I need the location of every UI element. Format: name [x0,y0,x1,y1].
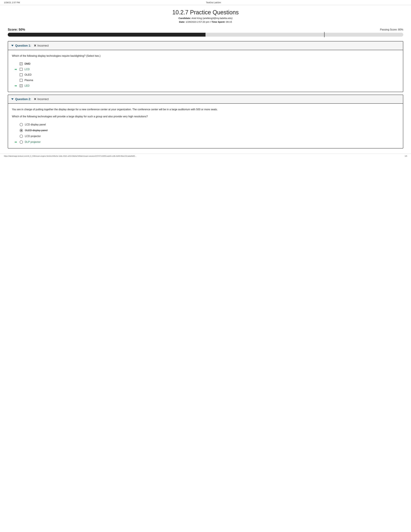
progress-fill [8,33,206,37]
x-icon: ✕ [34,97,37,101]
list-item: ➡ DLP projector [12,139,399,145]
footer-bar: https://labsimapp.testout.com/v6_0_536/e… [0,154,411,158]
progress-bar-container [8,33,403,37]
question-2-answers: LCD display panel OLED display panel LCD… [12,122,399,145]
candidate-email: (arielking3@my.ladelta.edu) [203,17,233,19]
footer-page: 1/5 [405,155,407,157]
arrow-icon-dlp: ➡ [15,140,17,144]
progress-marker [324,32,325,37]
answer-label-lcd: LCD [25,68,30,71]
arrow-icon-lcd: ➡ [15,67,17,71]
score-label: Score: 50% [8,28,25,31]
question-2-body: You are in charge of putting together th… [8,104,403,148]
radio-lcd-panel [20,123,23,126]
top-bar: 1/29/23, 2:57 PM TestOut LabSim [0,0,411,5]
list-item: ➡ LCD [12,66,399,72]
list-item: OLED [12,72,399,77]
list-item: ➡ LED [12,83,399,88]
date-label: Date: [179,20,185,23]
footer-url: https://labsimapp.testout.com/v6_0_536/e… [4,155,136,157]
question-1-card: Question 1: ✕ Incorrect Which of the fol… [8,41,403,92]
timespent-label: Time Spent: [211,20,225,23]
answer-label-oled: OLED [25,73,32,76]
answer-label-dmd: DMD [25,62,30,65]
x-icon: ✕ [34,44,37,48]
checkbox-oled [20,73,23,76]
app-name: TestOut LabSim [206,1,221,4]
candidate-name: Ariel King [191,17,202,19]
chevron-down-icon [11,45,14,47]
checkbox-dmd [20,62,23,65]
candidate-label: Candidate: [178,17,191,19]
question-2-title: Question 2: [11,97,31,101]
question-1-status: ✕ Incorrect [34,44,49,48]
list-item: Plasma [12,77,399,83]
arrow-icon-led: ➡ [15,84,17,87]
candidate-info: Candidate: Ariel King (arielking3@my.lad… [0,17,411,19]
answer-label-dlp-projector: DLP projector [25,141,41,143]
question-2-status: ✕ Incorrect [34,97,49,101]
question-1-header: Question 1: ✕ Incorrect [8,41,403,50]
list-item: DMD [12,61,399,66]
answer-label-lcd-projector: LCD projector [25,135,41,138]
checkbox-lcd [20,68,23,71]
page-title: 10.2.7 Practice Questions [0,9,411,16]
checkbox-led [20,84,23,87]
answer-label-lcd-panel: LCD display panel [25,123,46,126]
checkbox-plasma [20,79,23,82]
question-1-title: Question 1: [11,44,31,48]
timespent-value: 09:15 [226,20,232,23]
question-1-answers: DMD ➡ LCD OLED Plasma ➡ LED [12,61,399,88]
radio-lcd-projector [20,135,23,138]
radio-oled-panel [20,129,23,132]
list-item: OLED display panel [12,127,399,133]
passing-score-label: Passing Score: 80% [380,28,403,31]
datetime-label: 1/29/23, 2:57 PM [4,1,20,4]
answer-label-oled-panel: OLED display panel [25,129,47,132]
date-value: 1/29/2023 2:57:20 pm [186,20,209,23]
date-info: Date: 1/29/2023 2:57:20 pm • Time Spent:… [0,20,411,23]
question-1-body: Which of the following display technolog… [8,50,403,92]
question-2-card: Question 2: ✕ Incorrect You are in charg… [8,95,403,149]
list-item: LCD projector [12,133,399,139]
score-section: Score: 50% Passing Score: 80% [0,25,411,33]
question-2-text-2: Which of the following technologies will… [12,115,399,118]
chevron-down-icon [11,98,14,100]
answer-label-led: LED [25,84,29,87]
question-2-text-1: You are in charge of putting together th… [12,107,399,111]
list-item: LCD display panel [12,122,399,127]
page-header: 10.2.7 Practice Questions Candidate: Ari… [0,5,411,25]
radio-dlp-projector [20,140,23,144]
progress-track [8,33,403,37]
question-1-text: Which of the following display technolog… [12,54,399,58]
question-2-header: Question 2: ✕ Incorrect [8,95,403,104]
answer-label-plasma: Plasma [25,79,33,82]
